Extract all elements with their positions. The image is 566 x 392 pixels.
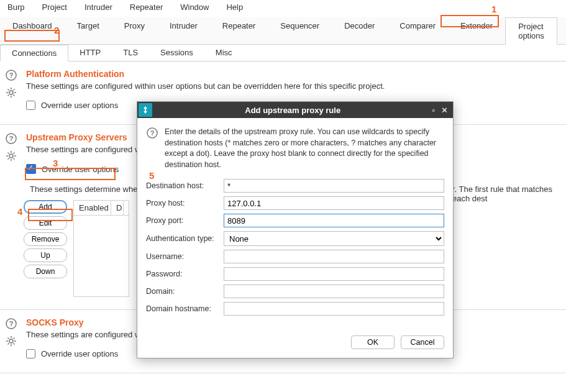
help-icon[interactable]: ? — [5, 69, 17, 81]
menu-project[interactable]: Project — [39, 1, 69, 13]
remove-button[interactable]: Remove — [24, 232, 67, 246]
gear-icon[interactable] — [5, 150, 17, 162]
svg-point-24 — [9, 339, 13, 343]
table-col-enabled[interactable]: Enabled — [74, 201, 111, 215]
table-col-d[interactable]: D — [111, 201, 124, 215]
svg-line-32 — [14, 338, 15, 339]
label-proxy-host: Proxy host: — [146, 199, 224, 207]
annotation-5: 5 — [149, 170, 154, 181]
tab-decoder[interactable]: Decoder — [332, 17, 387, 44]
svg-line-18 — [8, 153, 9, 154]
tab-comparer[interactable]: Comparer — [387, 17, 448, 44]
tab-target[interactable]: Target — [65, 17, 112, 44]
close-icon[interactable]: ✕ — [441, 106, 448, 115]
svg-line-8 — [14, 95, 15, 96]
gear-icon[interactable] — [5, 335, 17, 347]
svg-line-10 — [14, 89, 15, 91]
subtab-tls[interactable]: TLS — [112, 45, 149, 61]
label-domain: Domain: — [146, 287, 224, 296]
socks-override-checkbox[interactable] — [26, 349, 35, 358]
annotation-box-2 — [4, 30, 60, 42]
svg-text:?: ? — [9, 320, 14, 327]
tab-project-options[interactable]: Project options — [505, 17, 557, 45]
gear-icon[interactable] — [5, 86, 17, 99]
svg-line-31 — [8, 344, 9, 345]
subtab-misc[interactable]: Misc — [204, 45, 244, 61]
annotation-3: 3 — [53, 158, 58, 168]
app-menubar: Burp Project Intruder Repeater Window He… — [0, 0, 566, 14]
platform-auth-override-checkbox[interactable] — [26, 101, 35, 110]
tab-repeater[interactable]: Repeater — [210, 17, 268, 44]
annotation-box-1 — [440, 15, 499, 27]
tab-sequencer[interactable]: Sequencer — [268, 17, 332, 44]
annotation-4: 4 — [17, 206, 22, 217]
tab-intruder[interactable]: Intruder — [157, 17, 210, 44]
label-auth-type: Authentication type: — [146, 234, 224, 243]
label-dest-host: Destination host: — [146, 181, 224, 190]
down-button[interactable]: Down — [24, 265, 67, 278]
input-password[interactable] — [224, 267, 444, 281]
svg-line-30 — [14, 344, 15, 345]
svg-line-19 — [14, 158, 15, 160]
table-body[interactable] — [74, 216, 129, 296]
up-button[interactable]: Up — [24, 248, 67, 262]
svg-line-21 — [14, 153, 15, 154]
modal-title-text: Add upstream proxy rule — [153, 106, 432, 115]
upstream-desc2b: r. The first rule that matches each dest — [452, 185, 566, 203]
input-proxy-host[interactable] — [224, 196, 444, 210]
menu-intruder[interactable]: Intruder — [82, 1, 115, 13]
svg-text:?: ? — [150, 129, 155, 137]
socks-override-label: Override user options — [41, 349, 118, 358]
upstream-table: Enabled D — [73, 200, 129, 297]
subtab-http[interactable]: HTTP — [68, 45, 112, 61]
platform-auth-override-label: Override user options — [41, 101, 118, 110]
label-proxy-port: Proxy port: — [146, 216, 224, 225]
svg-line-7 — [8, 89, 9, 91]
menu-burp[interactable]: Burp — [5, 1, 27, 13]
input-username[interactable] — [224, 250, 444, 263]
cancel-button[interactable]: Cancel — [401, 335, 444, 349]
upstream-desc2a: These settings determine whethe — [30, 185, 149, 194]
input-proxy-port[interactable] — [224, 214, 444, 227]
label-username: Username: — [146, 252, 224, 261]
input-domain[interactable] — [224, 285, 444, 298]
help-icon[interactable]: ? — [5, 317, 17, 330]
tab-user-options[interactable]: User options — [557, 17, 566, 44]
annotation-2: 2 — [54, 25, 59, 35]
select-auth-type[interactable]: None — [224, 231, 444, 246]
help-icon[interactable]: ? — [146, 127, 158, 139]
svg-line-29 — [8, 338, 9, 339]
platform-auth-title: Platform Authentication — [26, 69, 561, 79]
label-password: Password: — [146, 270, 224, 278]
annotation-box-4 — [28, 209, 73, 221]
svg-point-2 — [9, 91, 13, 94]
menu-help[interactable]: Help — [224, 1, 245, 13]
svg-line-9 — [8, 95, 9, 96]
subtab-sessions[interactable]: Sessions — [149, 45, 204, 61]
svg-text:?: ? — [9, 135, 14, 142]
input-domain-hostname[interactable] — [224, 302, 444, 316]
modal-add-upstream-rule: Add upstream proxy rule ▫ ✕ ? Enter the … — [137, 101, 454, 358]
input-dest-host[interactable] — [224, 179, 444, 193]
svg-point-13 — [9, 154, 13, 158]
help-icon[interactable]: ? — [5, 132, 17, 145]
annotation-box-3 — [25, 168, 116, 180]
tab-proxy[interactable]: Proxy — [112, 17, 157, 44]
svg-line-20 — [8, 158, 9, 160]
annotation-1: 1 — [491, 4, 496, 14]
maximize-icon[interactable]: ▫ — [432, 106, 435, 115]
svg-text:?: ? — [9, 71, 14, 79]
sub-tabs: Connections HTTP TLS Sessions Misc — [0, 45, 566, 62]
menu-repeater[interactable]: Repeater — [127, 1, 165, 13]
label-domain-hostname: Domain hostname: — [146, 304, 224, 313]
platform-auth-desc: These settings are configured within use… — [26, 81, 561, 91]
modal-titlebar: Add upstream proxy rule ▫ ✕ — [137, 102, 453, 118]
subtab-connections[interactable]: Connections — [0, 45, 68, 62]
burp-logo-icon — [139, 103, 152, 117]
menu-window[interactable]: Window — [178, 1, 211, 13]
ok-button[interactable]: OK — [351, 335, 395, 349]
modal-description: Enter the details of the upstream proxy … — [165, 127, 444, 170]
